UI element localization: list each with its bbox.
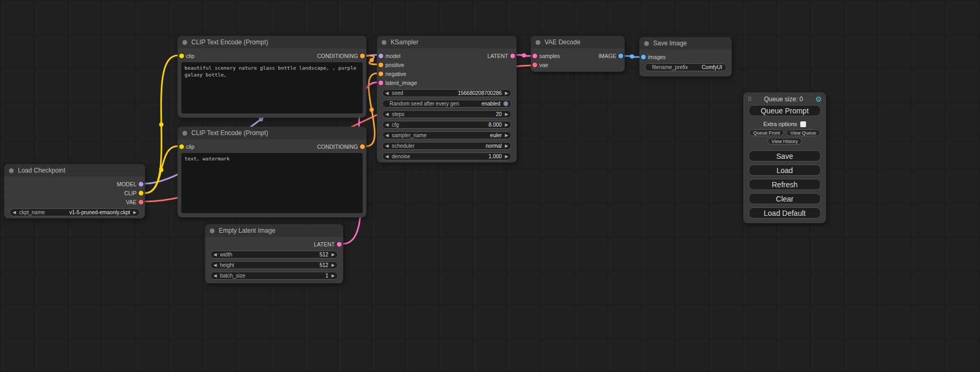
increment-arrow-icon[interactable]: ▶ [505,155,508,159]
widget-filename-prefix[interactable]: filename_prefix ComfyUI [645,63,726,71]
load-button[interactable]: Load [749,165,821,176]
view-queue-button[interactable]: View Queue [786,129,820,136]
node-title-bar[interactable]: Empty Latent Image [205,224,343,237]
refresh-button[interactable]: Refresh [749,179,821,190]
widget-cfg[interactable]: ◀ cfg 8.000 ▶ [382,121,511,129]
node-title: VAE Decode [545,39,580,46]
collapse-dot[interactable] [182,131,187,136]
widget-label: seed [392,90,403,96]
output-label-model: MODEL [117,181,137,187]
clear-button[interactable]: Clear [749,193,821,204]
output-slot-conditioning[interactable] [360,144,365,149]
increment-arrow-icon[interactable]: ▶ [505,112,508,117]
output-label-latent: LATENT [314,241,335,247]
positive-prompt-input[interactable]: beautiful scenery nature glass bottle la… [181,62,363,113]
widget-value: enabled [481,101,500,107]
increment-arrow-icon[interactable]: ▶ [505,144,508,148]
input-slot-samples[interactable] [532,53,537,58]
input-slot-images[interactable] [641,54,646,59]
increment-arrow-icon[interactable]: ▶ [332,274,335,278]
decrement-arrow-icon[interactable]: ◀ [385,133,389,138]
output-slot-vae[interactable] [139,199,143,204]
input-slot-latent-image[interactable] [379,80,383,85]
slot-list: images [639,52,732,61]
node-title-bar[interactable]: VAE Decode [531,36,625,49]
increment-arrow-icon[interactable]: ▶ [332,253,335,257]
increment-arrow-icon[interactable]: ▶ [505,91,508,96]
wire-midpoint-dot [370,58,374,62]
node-title-bar[interactable]: CLIP Text Encode (Prompt) [178,36,366,49]
decrement-arrow-icon[interactable]: ◀ [385,155,389,159]
input-slot-vae[interactable] [532,62,537,67]
input-slot-model[interactable] [379,53,383,58]
slot-row: CLIP [4,188,145,197]
node-load-checkpoint[interactable]: Load Checkpoint MODEL CLIP VAE ◀ ckpt_na… [4,164,145,218]
output-label-clip: CLIP [124,190,137,196]
output-slot-latent[interactable] [337,242,342,246]
node-title-bar[interactable]: Save Image [639,37,732,50]
widget-random-seed[interactable]: Random seed after every gen enabled [382,100,511,108]
input-slot-positive[interactable] [379,62,383,67]
input-slot-negative[interactable] [379,71,383,76]
queue-prompt-button[interactable]: Queue Prompt [749,105,821,116]
decrement-arrow-icon[interactable]: ◀ [13,211,16,215]
collapse-dot[interactable] [644,41,649,46]
slot-row: VAE [4,197,145,206]
input-slot-clip[interactable] [179,53,184,58]
widget-scheduler[interactable]: ◀ scheduler normal ▶ [382,142,511,150]
widget-seed[interactable]: ◀ seed 156680208700286 ▶ [382,89,511,97]
save-button[interactable]: Save [749,150,821,161]
node-title-bar[interactable]: CLIP Text Encode (Prompt) [178,127,366,139]
decrement-arrow-icon[interactable]: ◀ [385,144,389,148]
increment-arrow-icon[interactable]: ▶ [505,133,508,138]
collapse-dot[interactable] [382,40,386,45]
decrement-arrow-icon[interactable]: ◀ [385,112,389,117]
node-title-bar[interactable]: KSampler [377,36,517,49]
widget-steps[interactable]: ◀ steps 20 ▶ [382,110,511,118]
decrement-arrow-icon[interactable]: ◀ [385,91,389,96]
output-slot-latent[interactable] [510,53,515,58]
queue-panel: ⠿ Queue size: 0 ⚙ Queue Prompt Extra opt… [743,92,826,223]
negative-prompt-input[interactable]: text, watermark [181,153,363,213]
increment-arrow-icon[interactable]: ▶ [505,123,508,127]
widget-width[interactable]: ◀ width 512 ▶ [210,251,338,259]
decrement-arrow-icon[interactable]: ◀ [214,253,217,257]
widget-batch-size[interactable]: ◀ batch_size 1 ▶ [210,272,338,280]
load-default-button[interactable]: Load Default [749,207,821,218]
increment-arrow-icon[interactable]: ▶ [133,211,137,215]
decrement-arrow-icon[interactable]: ◀ [385,123,389,127]
random-seed-toggle[interactable] [503,101,508,106]
widget-height[interactable]: ◀ height 512 ▶ [210,261,338,269]
collapse-dot[interactable] [210,228,215,233]
queue-front-button[interactable]: Queue Front [749,129,784,136]
graph-canvas[interactable]: Load Checkpoint MODEL CLIP VAE ◀ ckpt_na… [0,0,980,372]
extra-options-checkbox[interactable] [800,121,806,127]
node-save-image[interactable]: Save Image images filename_prefix ComfyU… [639,37,732,77]
output-slot-image[interactable] [618,53,623,58]
output-slot-model[interactable] [139,182,143,186]
input-slot-clip[interactable] [179,144,184,149]
extra-options-label: Extra options [763,121,797,127]
widget-ckpt-name[interactable]: ◀ ckpt_name v1-5-pruned-emaonly.ckpt ▶ [9,208,140,216]
collapse-dot[interactable] [536,40,540,45]
increment-arrow-icon[interactable]: ▶ [332,263,335,268]
decrement-arrow-icon[interactable]: ◀ [214,274,217,278]
node-empty-latent-image[interactable]: Empty Latent Image LATENT ◀ width 512 ▶ … [205,224,343,283]
node-title: Save Image [653,40,687,47]
widget-value: 512 [319,262,328,268]
collapse-dot[interactable] [182,40,187,45]
widget-denoise[interactable]: ◀ denoise 1.000 ▶ [382,152,511,160]
output-slot-clip[interactable] [139,190,143,195]
widget-sampler-name[interactable]: ◀ sampler_name euler ▶ [382,131,511,139]
node-vae-decode[interactable]: VAE Decode samples IMAGE vae [531,36,625,72]
node-ksampler[interactable]: KSampler model LATENT positive negative … [377,36,517,163]
view-history-button[interactable]: View History [768,138,802,145]
decrement-arrow-icon[interactable]: ◀ [214,263,217,268]
settings-gear-icon[interactable]: ⚙ [815,96,822,103]
drag-handle-icon[interactable]: ⠿ [748,96,752,103]
output-slot-conditioning[interactable] [360,53,365,58]
collapse-dot[interactable] [9,168,14,173]
node-clip-text-encode-negative[interactable]: CLIP Text Encode (Prompt) clip CONDITION… [178,127,366,217]
node-title-bar[interactable]: Load Checkpoint [4,164,145,177]
node-clip-text-encode-positive[interactable]: CLIP Text Encode (Prompt) clip CONDITION… [178,36,366,118]
